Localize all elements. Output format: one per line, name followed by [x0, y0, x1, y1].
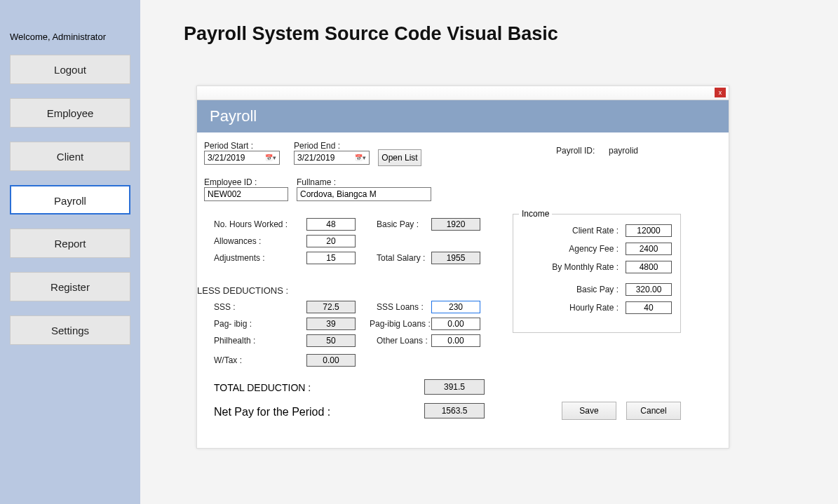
period-start-value: 3/21/2019	[208, 153, 245, 163]
basic-pay-value: 1920	[431, 218, 480, 231]
pagibig-loans-label: Pag-ibig Loans :	[370, 319, 431, 329]
fullname-input[interactable]: Cordova, Biangca M	[297, 187, 431, 201]
philhealth-value: 50	[306, 334, 356, 347]
cancel-button[interactable]: Cancel	[626, 402, 681, 420]
adjustments-label: Adjustments :	[214, 253, 265, 263]
payroll-window: x Payroll Period Start : 3/21/2019 📅▾ Pe…	[196, 86, 729, 449]
deductions-header: LESS DEDUCTIONS :	[197, 285, 288, 296]
nav-client[interactable]: Client	[10, 142, 130, 171]
hourly-rate-label: Hourly Rate :	[569, 303, 619, 313]
sss-value: 72.5	[306, 301, 356, 313]
net-pay-value: 1563.5	[424, 403, 485, 418]
total-salary-value: 1955	[431, 252, 480, 264]
sidebar: Welcome, Administrator Logout Employee C…	[0, 0, 140, 504]
allowances-label: Allowances :	[214, 236, 261, 246]
hours-worked-input[interactable]: 48	[306, 218, 356, 231]
period-end-label: Period End :	[294, 141, 370, 151]
sss-label: SSS :	[214, 302, 236, 312]
save-button[interactable]: Save	[562, 402, 616, 420]
income-basic-pay-label: Basic Pay :	[576, 285, 619, 294]
hourly-rate-value[interactable]: 40	[626, 301, 672, 314]
client-rate-value[interactable]: 12000	[626, 224, 672, 237]
client-rate-label: Client Rate :	[572, 226, 619, 236]
other-loans-label: Other Loans :	[377, 336, 428, 346]
main-area: Payroll System Source Code Visual Basic …	[140, 0, 838, 504]
nav-settings[interactable]: Settings	[10, 315, 130, 345]
pagibig-value: 39	[306, 318, 356, 330]
form-body: Period Start : 3/21/2019 📅▾ Period End :…	[197, 132, 729, 448]
nav-report[interactable]: Report	[10, 229, 130, 258]
employee-id-input[interactable]: NEW002	[204, 187, 288, 201]
net-pay-label: Net Pay for the Period :	[214, 406, 330, 418]
nav-payroll[interactable]: Payroll	[10, 185, 130, 214]
period-end-input[interactable]: 3/21/2019 📅▾	[294, 151, 370, 165]
total-salary-label: Total Salary :	[377, 253, 425, 263]
nav-register[interactable]: Register	[10, 272, 130, 301]
payroll-id-label: Payroll ID:	[556, 146, 595, 156]
bymonthly-label: By Monthly Rate :	[552, 262, 619, 272]
total-deduction-value: 391.5	[424, 379, 485, 395]
sss-loans-input[interactable]: 230	[431, 301, 480, 313]
calendar-icon[interactable]: 📅▾	[265, 154, 276, 161]
open-list-button[interactable]: Open List	[378, 149, 421, 166]
nav-logout[interactable]: Logout	[10, 55, 130, 84]
fullname-label: Fullname :	[297, 177, 431, 187]
allowances-input[interactable]: 20	[306, 235, 356, 247]
calendar-icon[interactable]: 📅▾	[355, 154, 366, 161]
window-title: Payroll	[197, 100, 729, 132]
income-basic-pay-value[interactable]: 320.00	[626, 283, 672, 296]
welcome-text: Welcome, Administrator	[0, 32, 140, 42]
period-start-input[interactable]: 3/21/2019 📅▾	[204, 151, 280, 165]
income-legend: Income	[519, 209, 552, 219]
total-deduction-label: TOTAL DEDUCTION :	[214, 382, 311, 393]
basic-pay-label: Basic Pay :	[377, 219, 419, 229]
philhealth-label: Philhealth :	[214, 336, 255, 346]
adjustments-input[interactable]: 15	[306, 252, 356, 264]
pagibig-label: Pag- ibig :	[214, 319, 252, 329]
wtax-label: W/Tax :	[214, 355, 242, 365]
nav-employee[interactable]: Employee	[10, 98, 130, 128]
hours-worked-label: No. Hours Worked :	[214, 219, 288, 229]
pagibig-loans-input[interactable]: 0.00	[431, 318, 480, 330]
page-title: Payroll System Source Code Visual Basic	[184, 23, 838, 45]
employee-id-label: Employee ID :	[204, 177, 288, 187]
agency-fee-value[interactable]: 2400	[626, 243, 672, 255]
period-end-value: 3/21/2019	[297, 153, 334, 163]
window-chrome: x	[197, 86, 729, 100]
sss-loans-label: SSS Loans :	[377, 302, 424, 312]
close-icon[interactable]: x	[715, 88, 726, 97]
wtax-value: 0.00	[306, 354, 356, 367]
bymonthly-value[interactable]: 4800	[626, 261, 672, 273]
other-loans-input[interactable]: 0.00	[431, 334, 480, 347]
payroll-id-value: payrolid	[609, 146, 638, 156]
income-panel: Income Client Rate : 12000 Agency Fee : …	[513, 214, 681, 333]
period-start-label: Period Start :	[204, 141, 280, 151]
agency-fee-label: Agency Fee :	[569, 244, 619, 254]
